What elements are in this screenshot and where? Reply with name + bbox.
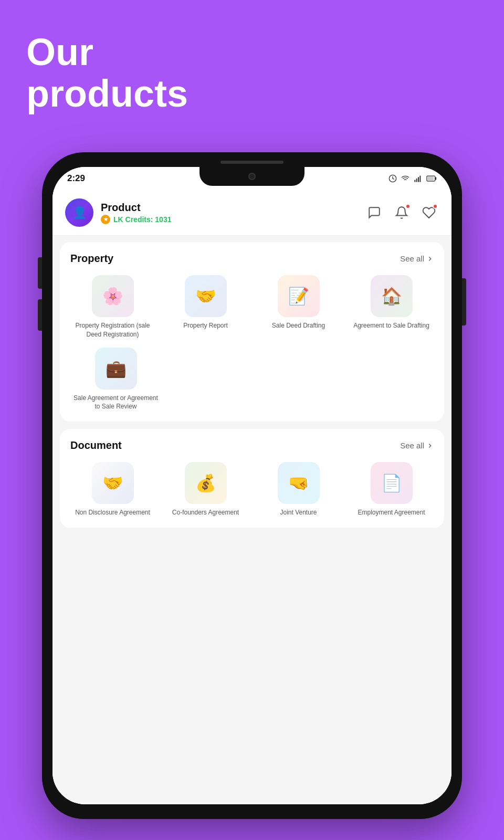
volume-down-button [38,299,42,331]
list-item[interactable]: 🏠 Agreement to Sale Drafting [349,275,434,339]
product-label-joint: Joint Venture [280,508,317,517]
employment-image: 📄 [371,462,413,504]
product-thumb-property-report: 🤝 [185,275,227,317]
svg-rect-4 [418,177,419,182]
product-thumb-cofounders: 💰 [185,462,227,504]
clock-icon [388,174,397,183]
header-credits: ★ LK Credits: 1031 [101,215,364,224]
product-thumb-agreement: 🏠 [371,275,413,317]
cofounders-image: 💰 [185,462,227,504]
volume-up-button [38,257,42,289]
chevron-right-icon [426,255,434,262]
scroll-content[interactable]: Property See all 🌸 Property Registra [52,236,452,803]
joint-venture-image: 🤜 [278,462,320,504]
document-section: Document See all 🤝 Non Disclosure Ag [60,429,444,528]
notifications-button[interactable] [392,203,412,223]
product-thumb-sale-agreement: 💼 [95,348,137,390]
document-see-all[interactable]: See all [400,441,434,450]
battery-icon [426,175,437,182]
product-label-nda: Non Disclosure Agreement [75,508,150,517]
property-reg-image: 🌸 [92,275,134,317]
product-label-property-reg: Property Registration (sale Deed Registr… [70,321,155,339]
property-section-title: Property [70,253,113,265]
product-label-property-report: Property Report [183,321,228,330]
property-section-header: Property See all [70,253,434,265]
wifi-icon [401,174,410,183]
document-section-header: Document See all [70,439,434,452]
sale-agreement-image: 💼 [95,348,137,390]
signal-icon [414,174,422,183]
app-content: 👤 Product ★ LK Credits: 1031 [52,190,452,804]
list-item[interactable]: 💰 Co-founders Agreement [163,462,248,517]
product-label-agreement: Agreement to Sale Drafting [353,321,429,330]
avatar-image: 👤 [65,198,93,227]
svg-rect-3 [416,178,417,182]
credits-text: LK Credits: 1031 [113,215,171,224]
notification-badge [405,204,411,209]
status-time: 2:29 [67,173,85,184]
chevron-right-icon [426,442,434,449]
agreement-image: 🏠 [371,275,413,317]
favorites-badge [433,204,438,209]
hero-heading: Our products [26,32,188,114]
product-label-cofounders: Co-founders Agreement [172,508,239,517]
product-thumb-employment: 📄 [371,462,413,504]
property-section: Property See all 🌸 Property Registra [60,242,444,422]
product-thumb-sale-deed: 📝 [278,275,320,317]
power-button [462,278,466,326]
product-label-sale-deed: Sale Deed Drafting [272,321,325,330]
list-item[interactable]: 🤝 Non Disclosure Agreement [70,462,155,517]
document-products-grid: 🤝 Non Disclosure Agreement 💰 Co-founders… [70,462,434,517]
chat-button[interactable] [364,203,384,223]
property-see-all[interactable]: See all [400,254,434,263]
svg-rect-2 [414,180,415,182]
header-title: Product [101,202,364,214]
property-report-image: 🤝 [185,275,227,317]
property-row2: 💼 Sale Agreement or Agreement to Sale Re… [70,348,434,412]
credits-badge-icon: ★ [101,215,110,224]
product-label-employment: Employment Agreement [358,508,425,517]
header-actions [364,203,439,223]
app-header: 👤 Product ★ LK Credits: 1031 [52,190,452,236]
svg-rect-8 [427,176,434,181]
product-thumb-property-reg: 🌸 [92,275,134,317]
property-products-grid: 🌸 Property Registration (sale Deed Regis… [70,275,434,339]
speaker-bar [220,161,284,164]
list-item[interactable]: 🌸 Property Registration (sale Deed Regis… [70,275,155,339]
hero-line1: Our [26,31,93,73]
sale-deed-image: 📝 [278,275,320,317]
document-section-title: Document [70,439,122,452]
list-item[interactable]: 💼 Sale Agreement or Agreement to Sale Re… [70,348,161,412]
list-item[interactable]: 📄 Employment Agreement [349,462,434,517]
header-info: Product ★ LK Credits: 1031 [101,202,364,224]
camera-icon [248,173,256,180]
svg-rect-5 [419,176,421,182]
product-label-sale-agreement: Sale Agreement or Agreement to Sale Revi… [70,394,161,412]
avatar[interactable]: 👤 [65,198,93,227]
hero-line2: products [26,72,188,114]
phone-screen: 2:29 [52,167,452,804]
product-thumb-joint: 🤜 [278,462,320,504]
status-icons [388,174,437,183]
favorites-button[interactable] [419,203,439,223]
list-item[interactable]: 📝 Sale Deed Drafting [256,275,341,339]
notch [200,167,304,186]
list-item[interactable]: 🤝 Property Report [163,275,248,339]
nda-image: 🤝 [92,462,134,504]
svg-rect-7 [435,177,437,180]
list-item[interactable]: 🤜 Joint Venture [256,462,341,517]
product-thumb-nda: 🤝 [92,462,134,504]
chat-icon [368,206,381,219]
phone-shell: 2:29 [42,152,462,819]
